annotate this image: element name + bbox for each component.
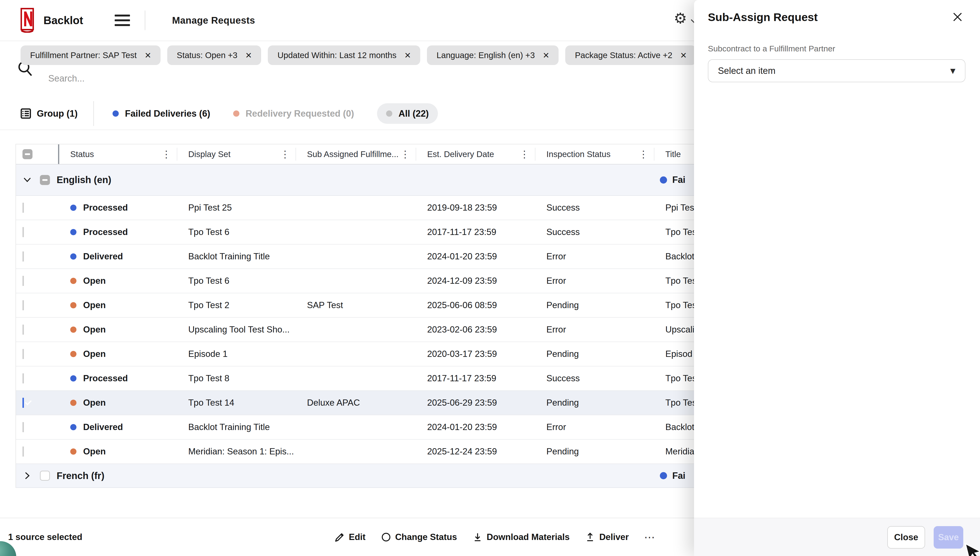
group-checkbox[interactable] — [40, 471, 50, 481]
table-row[interactable]: Delivered Backlot Training Title 2024-01… — [16, 415, 694, 440]
chevron-down-icon[interactable] — [23, 178, 31, 183]
bulk-action-bar: 1 source selected Edit Change Status Dow… — [0, 518, 694, 556]
tab-redelivery-requested[interactable]: Redelivery Requested (0) — [233, 108, 354, 119]
download-icon — [472, 532, 483, 542]
view-tabs: Group (1) Failed Deliveries (6) Redelive… — [21, 100, 438, 127]
filter-chip-label: Status: Open +3 — [177, 50, 237, 60]
column-header-title[interactable]: Title — [654, 144, 694, 164]
row-checkbox[interactable] — [23, 422, 24, 432]
column-header-status[interactable]: Status — [59, 144, 177, 164]
table-row[interactable]: Processed Ppi Test 25 2019-09-18 23:59 S… — [16, 196, 694, 220]
close-icon[interactable] — [952, 11, 963, 23]
est-delivery-cell: 2023-02-06 23:59 — [416, 325, 535, 335]
pencil-icon — [334, 532, 345, 542]
status-text: Open — [83, 325, 106, 335]
column-header-display-set[interactable]: Display Set — [177, 144, 296, 164]
filter-chip-label: Language: English (en) +3 — [437, 50, 535, 60]
edit-button[interactable]: Edit — [334, 532, 366, 542]
est-delivery-cell: 2024-01-20 23:59 — [416, 252, 535, 262]
filter-chip[interactable]: Package Status: Active +2 — [565, 45, 696, 65]
display-set-cell: Meridian: Season 1: Epis... — [177, 446, 296, 457]
status-dot — [233, 110, 239, 116]
tab-all[interactable]: All (22) — [377, 103, 438, 124]
panel-footer: Close Save — [694, 518, 980, 556]
row-checkbox[interactable] — [23, 276, 24, 286]
row-checkbox-checked[interactable] — [23, 398, 24, 408]
status-dot — [70, 400, 76, 406]
table-row[interactable]: Processed Tpo Test 6 2017-11-17 23:59 Su… — [16, 220, 694, 244]
group-checkbox[interactable] — [40, 175, 50, 185]
row-checkbox[interactable] — [23, 203, 24, 213]
app-name: Backlot — [44, 14, 83, 27]
chevron-right-icon[interactable] — [23, 472, 31, 479]
row-checkbox[interactable] — [23, 325, 24, 335]
filter-chip[interactable]: Updated Within: Last 12 months — [268, 45, 420, 65]
column-label: Title — [666, 149, 681, 159]
column-menu-icon[interactable] — [400, 149, 410, 160]
group-row-english[interactable]: English (en) Fai — [16, 165, 694, 196]
row-checkbox[interactable] — [23, 446, 24, 457]
table-row[interactable]: Open Episode 1 2020-03-17 23:59 Pending … — [16, 342, 694, 367]
row-checkbox[interactable] — [23, 300, 24, 310]
deliver-button[interactable]: Deliver — [585, 532, 629, 542]
bulk-actions: Edit Change Status Download Materials De… — [334, 518, 655, 556]
panel-title: Sub-Assign Request — [708, 11, 818, 24]
title-cell: Episod — [654, 349, 694, 359]
table-row[interactable]: Processed Tpo Test 8 2017-11-17 23:59 Su… — [16, 367, 694, 391]
save-button[interactable]: Save — [934, 526, 963, 549]
column-header-sub-assigned[interactable]: Sub Assigned Fulfillme... — [296, 144, 416, 164]
status-text: Open — [83, 398, 106, 408]
download-materials-button[interactable]: Download Materials — [472, 532, 569, 542]
display-set-cell: Episode 1 — [177, 349, 296, 359]
table-row-selected[interactable]: Open Tpo Test 14 Deluxe APAC 2025-06-29 … — [16, 391, 694, 415]
close-button[interactable]: Close — [887, 526, 925, 549]
more-actions-icon[interactable] — [644, 531, 655, 543]
column-menu-icon[interactable] — [520, 149, 529, 160]
table-row[interactable]: Open Upscaling Tool Test Sho... 2023-02-… — [16, 318, 694, 342]
action-label: Change Status — [395, 532, 457, 542]
table-row[interactable]: Open Meridian: Season 1: Epis... 2025-12… — [16, 440, 694, 464]
change-status-button[interactable]: Change Status — [381, 532, 457, 542]
search-input[interactable] — [48, 71, 407, 86]
column-header-est-delivery[interactable]: Est. Delivery Date — [416, 144, 535, 164]
remove-filter-icon[interactable] — [543, 50, 549, 60]
row-checkbox[interactable] — [23, 252, 24, 262]
remove-filter-icon[interactable] — [145, 50, 151, 60]
column-menu-icon[interactable] — [638, 149, 648, 160]
status-dot — [113, 110, 119, 116]
inspection-status-cell: Success — [535, 373, 654, 383]
gear-icon[interactable] — [674, 11, 687, 26]
display-set-cell: Tpo Test 14 — [177, 398, 296, 408]
table-row[interactable]: Open Tpo Test 2 SAP Test 2025-06-06 08:5… — [16, 293, 694, 318]
filter-chip[interactable]: Language: English (en) +3 — [427, 45, 559, 65]
inspection-status-cell: Success — [535, 203, 654, 213]
group-row-french[interactable]: French (fr) Fai — [16, 464, 694, 488]
table-row[interactable]: Open Tpo Test 6 2024-12-09 23:59 Error T… — [16, 269, 694, 293]
filter-chip[interactable]: Fulfillment Partner: SAP Test — [21, 45, 161, 65]
selection-count: 1 source selected — [8, 532, 82, 542]
column-menu-icon[interactable] — [280, 149, 290, 160]
remove-filter-icon[interactable] — [246, 50, 252, 60]
tab-failed-deliveries[interactable]: Failed Deliveries (6) — [113, 108, 210, 119]
select-all-checkbox[interactable] — [23, 149, 32, 159]
menu-icon[interactable] — [114, 12, 130, 29]
remove-filter-icon[interactable] — [405, 50, 411, 60]
row-checkbox[interactable] — [23, 373, 24, 383]
fulfillment-partner-select[interactable]: Select an item — [708, 59, 965, 82]
filter-chip[interactable]: Status: Open +3 — [167, 45, 261, 65]
action-label: Download Materials — [487, 532, 569, 542]
inspection-status-cell: Pending — [535, 300, 654, 310]
column-header-inspection[interactable]: Inspection Status — [535, 144, 654, 164]
table-row[interactable]: Delivered Backlot Training Title 2024-01… — [16, 244, 694, 269]
row-checkbox[interactable] — [23, 227, 24, 237]
display-set-cell: Ppi Test 25 — [177, 203, 296, 213]
row-checkbox[interactable] — [23, 349, 24, 359]
status-dot — [70, 278, 76, 284]
remove-filter-icon[interactable] — [680, 50, 687, 60]
status-dot — [386, 110, 392, 116]
column-menu-icon[interactable] — [161, 149, 171, 160]
tab-group[interactable]: Group (1) — [21, 108, 77, 119]
inspection-status-cell: Error — [535, 422, 654, 432]
status-dot — [70, 424, 76, 430]
sub-assigned-cell: Deluxe APAC — [296, 398, 416, 408]
